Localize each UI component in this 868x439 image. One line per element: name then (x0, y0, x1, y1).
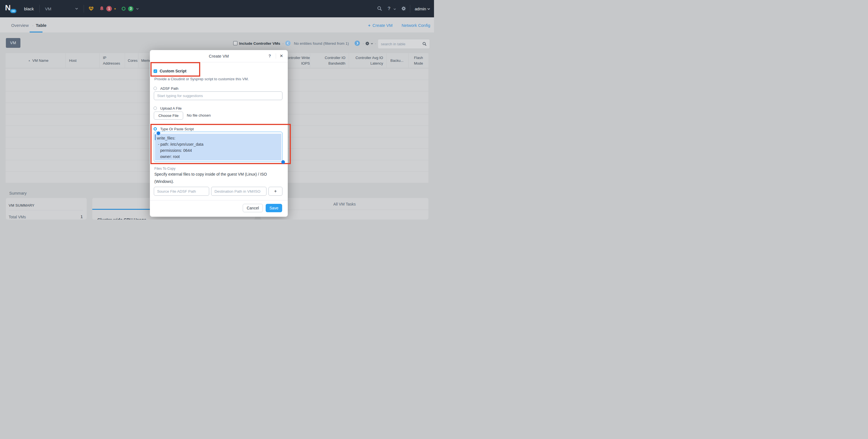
chevron-down-icon[interactable] (427, 7, 430, 10)
sort-asc-icon: ▲ (28, 58, 30, 63)
app-root: N CE black VM 1 3 ? admin (0, 0, 434, 220)
table-settings-gear-icon[interactable] (365, 41, 370, 46)
script-line: owner: root (157, 154, 180, 160)
column-header-vm-name[interactable]: ▲ VM Name (8, 53, 68, 68)
create-vm-link[interactable]: Create VM (372, 23, 393, 28)
column-header-ip-addresses[interactable]: IP Addresses (103, 53, 128, 68)
entity-type-chip[interactable]: VM (6, 38, 21, 48)
dot-separator: · (363, 41, 364, 45)
chevron-down-icon[interactable] (136, 7, 139, 10)
modal-help-icon[interactable]: ? (269, 54, 271, 58)
search-icon[interactable] (422, 42, 427, 46)
column-label: Controller Avg IO (349, 55, 383, 61)
ce-badge: CE (10, 9, 16, 13)
total-vms-label: Total VMs (9, 215, 26, 219)
column-separator (125, 53, 125, 68)
column-label: Cores (128, 58, 142, 63)
script-line: permissions: 0644 (157, 147, 192, 154)
destination-path-input[interactable] (211, 187, 267, 196)
task-count-badge[interactable]: 3 (128, 6, 133, 11)
card-divider (9, 210, 83, 210)
nav-divider (39, 5, 40, 12)
tab-separator: · (32, 23, 34, 28)
dot-separator: · (282, 41, 284, 45)
column-header-host[interactable]: Host (69, 53, 100, 68)
chevron-down-icon[interactable] (371, 42, 373, 45)
help-menu[interactable]: ? (388, 6, 391, 11)
modal-footer-border (150, 200, 288, 200)
column-label: Bandwidth (313, 61, 345, 66)
column-label: Flash (408, 55, 428, 61)
files-to-copy-help: Specify external files to copy inside of… (154, 172, 267, 177)
chevron-down-icon[interactable] (393, 8, 396, 10)
column-header-flash-mode[interactable]: Flash Mode (408, 53, 428, 68)
adsf-path-label: ADSF Path (160, 86, 178, 91)
column-label: IP (103, 55, 128, 61)
column-label: VM Name (32, 58, 49, 63)
source-file-path-input[interactable] (154, 187, 209, 196)
column-label: Backu... (391, 58, 410, 63)
custom-script-checkbox[interactable]: ✓ (154, 69, 157, 73)
script-textarea[interactable]: write_files: - path: /etc/vpm/user_data … (154, 132, 282, 162)
tab-overview[interactable]: Overview (11, 23, 29, 28)
type-or-paste-label: Type Or Paste Script (160, 127, 194, 131)
save-button[interactable]: Save (266, 204, 282, 212)
vm-summary-card: VM SUMMARY Total VMs 1 (6, 198, 87, 220)
prev-page-button[interactable] (285, 40, 290, 46)
cancel-button[interactable]: Cancel (243, 204, 263, 212)
add-file-row-button[interactable]: + (269, 187, 282, 196)
column-separator (408, 53, 409, 68)
text-caret (155, 134, 155, 140)
dot-separator: · (375, 41, 376, 45)
chart-title: Cluster-wide CPU Usage (97, 217, 146, 220)
column-header-backup[interactable]: Backu... (391, 53, 410, 68)
column-label: Latency (349, 61, 383, 66)
selection-handle-start[interactable] (157, 131, 160, 135)
selection-handle-end[interactable] (281, 160, 285, 164)
type-or-paste-radio[interactable] (154, 127, 157, 131)
table-search (378, 39, 430, 49)
summary-heading: Summary (9, 191, 27, 195)
custom-script-help-text: Provide a Cloudinit or Sysprep script to… (154, 77, 249, 81)
alert-count-badge[interactable]: 1 (106, 6, 112, 11)
no-file-chosen-text: No file chosen (187, 113, 211, 118)
include-controller-vms-label: Include Controller VMs (239, 41, 280, 45)
choose-file-button[interactable]: Choose File (154, 112, 183, 120)
close-icon[interactable]: ✕ (280, 54, 283, 58)
health-heart-icon[interactable] (88, 6, 94, 11)
table-search-input[interactable] (381, 39, 420, 49)
total-vms-value: 1 (81, 214, 83, 219)
next-page-button[interactable] (354, 40, 360, 46)
column-separator (65, 53, 66, 68)
entity-menu-select[interactable]: VM (45, 6, 52, 11)
running-tasks-ring-icon[interactable] (122, 7, 126, 11)
user-menu[interactable]: admin (415, 6, 426, 11)
chevron-down-icon[interactable] (75, 7, 78, 10)
custom-script-label: Custom Script (160, 69, 187, 73)
tab-table[interactable]: Table (36, 23, 46, 28)
adsf-path-input[interactable] (154, 91, 282, 100)
files-to-copy-help: (Windows). (154, 179, 174, 184)
script-line: - path: /etc/vpm/user_data (157, 141, 204, 147)
nav-divider (84, 5, 84, 12)
modal-header-border (150, 62, 288, 62)
column-label: Addresses (103, 61, 128, 66)
upload-file-radio[interactable] (154, 106, 157, 110)
column-separator (138, 53, 138, 68)
network-config-link[interactable]: Network Config (402, 23, 430, 28)
modal-title: Create VM (150, 54, 288, 58)
column-header-controller-io-bandwidth[interactable]: Controller IO Bandwidth (313, 53, 345, 68)
column-label: Mode (408, 61, 428, 66)
adsf-path-radio[interactable] (154, 87, 157, 90)
column-header-controller-avg-io-latency[interactable]: Controller Avg IO Latency (349, 53, 383, 68)
search-icon[interactable] (377, 6, 382, 11)
create-vm-modal: Create VM ? ✕ ✓ Custom Script Provide a … (150, 50, 288, 217)
gear-icon[interactable] (401, 6, 406, 11)
include-controller-vms-checkbox[interactable] (233, 41, 238, 45)
active-tab-indicator (30, 32, 42, 32)
cluster-name[interactable]: black (24, 6, 34, 11)
column-header-cores[interactable]: Cores (128, 53, 142, 68)
alerts-bell-icon[interactable] (99, 6, 104, 11)
plus-icon: + (368, 23, 371, 28)
nutanix-logo[interactable]: N (5, 3, 10, 12)
